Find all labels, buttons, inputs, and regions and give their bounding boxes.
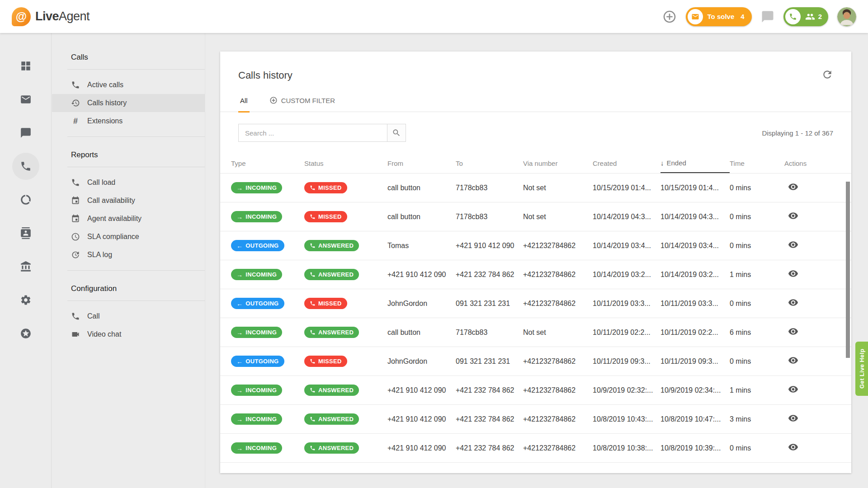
user-avatar[interactable] (837, 7, 856, 26)
column-header-status[interactable]: Status (304, 154, 387, 173)
scrollbar-thumb[interactable] (846, 182, 850, 358)
rail-dashboard[interactable] (12, 52, 39, 80)
chats-button[interactable] (761, 10, 774, 23)
direction-arrow-icon: → (236, 416, 243, 422)
view-call-button[interactable] (788, 182, 798, 193)
filter-tabs: All CUSTOM FILTER (220, 96, 851, 112)
column-header-time[interactable]: Time (730, 154, 784, 173)
sidebar-item-call-availability[interactable]: Call availability (52, 192, 205, 210)
get-live-help-tab[interactable]: Get Live Help (855, 342, 868, 396)
cell-from: JohnGordon (387, 357, 456, 366)
cell-ended: 10/14/2019 03:4... (660, 242, 730, 250)
table-row[interactable]: →INCOMING ANSWERED +421 910 412 090 +421… (220, 434, 851, 463)
section-title-reports: Reports (52, 137, 205, 167)
status-badge-label: ANSWERED (318, 271, 354, 278)
cell-type: ←OUTGOING (231, 240, 304, 251)
refresh-button[interactable] (821, 69, 833, 82)
search-input[interactable] (238, 124, 387, 142)
cell-from: call button (387, 213, 456, 221)
cell-actions (784, 384, 845, 396)
sidebar-item-call-config[interactable]: Call (52, 307, 205, 325)
phone-icon (310, 329, 316, 335)
cell-created: 10/11/2019 03:3... (593, 300, 660, 308)
view-call-button[interactable] (788, 442, 798, 454)
column-header-to[interactable]: To (456, 154, 523, 173)
cell-status: ANSWERED (304, 327, 387, 338)
sidebar-item-calls-history[interactable]: Calls history (52, 94, 205, 112)
cell-to: +421 232 784 862 (456, 386, 523, 394)
rail-chats[interactable] (12, 119, 39, 146)
rail-customers[interactable] (12, 253, 39, 280)
table-row[interactable]: →INCOMING ANSWERED +421 910 412 090 +421… (220, 260, 851, 289)
cell-created: 10/15/2019 01:4... (593, 184, 660, 192)
rail-calls[interactable] (12, 153, 39, 180)
cell-actions (784, 413, 845, 425)
pagination-info: Displaying 1 - 12 of 367 (762, 129, 833, 137)
dashboard-grid-icon (20, 60, 32, 72)
rail-tickets[interactable] (12, 86, 39, 113)
view-call-button[interactable] (788, 413, 798, 425)
phone-icon (310, 272, 316, 277)
active-calls-pill[interactable]: 2 (783, 7, 828, 26)
add-new-button[interactable] (662, 9, 677, 24)
column-header-from[interactable]: From (387, 154, 456, 173)
table-toolbar: Displaying 1 - 12 of 367 (220, 112, 851, 142)
status-badge: MISSED (304, 356, 347, 367)
column-header-created[interactable]: Created (593, 154, 660, 173)
app-logo[interactable]: @ LiveAgent (12, 7, 90, 26)
cell-actions (784, 442, 845, 454)
rail-contacts[interactable] (12, 220, 39, 247)
view-call-button[interactable] (788, 297, 798, 309)
type-badge: →INCOMING (231, 327, 282, 338)
cell-created: 10/14/2019 03:2... (593, 271, 660, 279)
table-row[interactable]: →INCOMING MISSED call button 7178cb83 No… (220, 174, 851, 202)
page-title: Calls history (238, 70, 292, 81)
view-call-button[interactable] (788, 355, 798, 367)
cell-to: 091 321 231 231 (456, 300, 523, 308)
cell-actions (784, 239, 845, 252)
sidebar-item-sla-compliance[interactable]: SLA compliance (52, 228, 205, 246)
table-row[interactable]: ←OUTGOING MISSED JohnGordon 091 321 231 … (220, 347, 851, 376)
sidebar-item-video-chat[interactable]: Video chat (52, 325, 205, 343)
tab-all[interactable]: All (238, 96, 250, 113)
column-header-via-number[interactable]: Via number (523, 154, 593, 173)
search-icon (392, 128, 401, 137)
table-row[interactable]: →INCOMING ANSWERED +421 910 412 090 +421… (220, 376, 851, 405)
phone-icon (310, 185, 316, 191)
table-row[interactable]: ←OUTGOING MISSED JohnGordon 091 321 231 … (220, 289, 851, 318)
sidebar-item-sla-log[interactable]: SLA log (52, 246, 205, 264)
sidebar-item-agent-availability[interactable]: Agent availability (52, 210, 205, 228)
table-row[interactable]: ←OUTGOING ANSWERED Tomas +421 910 412 09… (220, 231, 851, 260)
sidebar-item-active-calls[interactable]: Active calls (52, 76, 205, 94)
cell-created: 10/8/2019 10:43:... (593, 415, 660, 423)
table-row[interactable]: →INCOMING ANSWERED call button 7178cb83 … (220, 318, 851, 347)
sidebar-item-extensions[interactable]: # Extensions (52, 112, 205, 130)
table-row[interactable]: →INCOMING ANSWERED +421 910 412 090 +421… (220, 405, 851, 434)
rail-upgrade[interactable] (12, 320, 39, 347)
cell-from: +421 910 412 090 (387, 386, 456, 394)
table-scrollbar[interactable] (846, 182, 850, 469)
cell-type: →INCOMING (231, 269, 304, 280)
rail-reports[interactable] (12, 186, 39, 213)
view-call-button[interactable] (788, 326, 798, 338)
search-button[interactable] (387, 124, 406, 142)
sidebar-item-call-load[interactable]: Call load (52, 174, 205, 192)
to-solve-pill[interactable]: To solve 4 (686, 7, 752, 26)
table-row[interactable]: →INCOMING MISSED call button 7178cb83 No… (220, 202, 851, 231)
view-call-button[interactable] (788, 268, 798, 280)
type-badge-label: OUTGOING (245, 300, 278, 307)
eye-icon (788, 297, 798, 308)
column-header-ended[interactable]: ↓Ended (660, 154, 730, 173)
column-header-type[interactable]: Type (231, 154, 304, 173)
view-call-button[interactable] (788, 239, 798, 251)
plus-circle-icon (662, 9, 677, 24)
logo-text-agent: Agent (59, 9, 90, 23)
sidebar-item-label: SLA compliance (87, 233, 139, 241)
view-call-button[interactable] (788, 211, 798, 222)
status-badge-label: MISSED (318, 300, 342, 307)
tab-custom-filter[interactable]: CUSTOM FILTER (268, 96, 337, 113)
eye-icon (788, 442, 798, 452)
cell-created: 10/8/2019 10:38:... (593, 444, 660, 452)
rail-settings[interactable] (12, 286, 39, 314)
view-call-button[interactable] (788, 384, 798, 396)
